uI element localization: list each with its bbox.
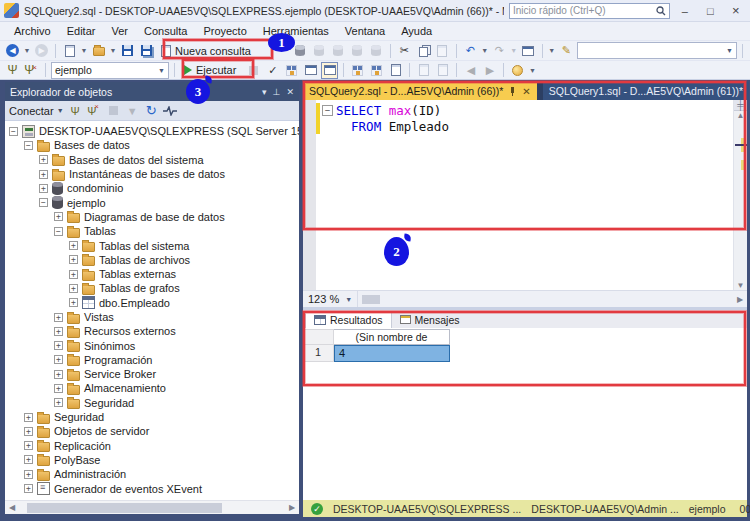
connect-button[interactable]: Conectar ▼ xyxy=(9,105,64,117)
tree-expander-icon[interactable]: + xyxy=(39,155,48,164)
tree-item[interactable]: +Almacenamiento xyxy=(5,381,299,395)
scroll-up-icon[interactable]: ▲ xyxy=(734,111,747,120)
window-position-icon[interactable]: ▾ xyxy=(262,87,267,97)
tree-expander-icon[interactable]: + xyxy=(24,470,33,479)
grid-cell-value[interactable]: 4 xyxy=(334,345,450,362)
tree-expander-icon[interactable]: + xyxy=(54,355,63,364)
editor-hscroll-thumb[interactable] xyxy=(362,295,380,304)
tree-item[interactable]: +Replicación xyxy=(5,439,299,453)
scrollbar-thumb[interactable] xyxy=(27,503,222,513)
tree-expander-icon[interactable]: + xyxy=(69,298,78,307)
tree-item[interactable]: −ejemplo xyxy=(5,195,299,209)
pin-tab-icon[interactable] xyxy=(508,87,517,96)
fold-collapse-icon[interactable]: − xyxy=(322,105,333,116)
find-window-icon[interactable] xyxy=(520,42,537,59)
zoom-level-combo[interactable]: 123 % ▼ xyxy=(303,291,358,307)
split-grip-icon[interactable]: ╪ xyxy=(734,100,747,111)
tree-expander-icon[interactable]: + xyxy=(24,413,33,422)
tree-expander-icon[interactable]: + xyxy=(69,270,78,279)
tree-item[interactable]: +Service Broker xyxy=(5,367,299,381)
tree-item[interactable]: +Bases de datos del sistema xyxy=(5,153,299,167)
disconnect-plug-icon[interactable]: Ψ xyxy=(87,103,102,118)
refresh-icon[interactable]: ↻ xyxy=(144,103,159,118)
tree-item[interactable]: +Recursos externos xyxy=(5,324,299,338)
find-combo[interactable]: ▼ xyxy=(577,42,737,59)
tree-expander-icon[interactable]: + xyxy=(54,327,63,336)
dmx-query-icon[interactable] xyxy=(349,42,366,59)
menu-item-archivo[interactable]: Archivo xyxy=(6,23,59,39)
object-explorer-hscrollbar[interactable]: ◀ ▶ xyxy=(5,500,299,514)
tree-expander-icon[interactable]: − xyxy=(24,141,33,150)
tree-item[interactable]: +Seguridad xyxy=(5,410,299,424)
new-query-button[interactable]: Nueva consulta xyxy=(157,42,258,59)
tree-expander-icon[interactable]: + xyxy=(24,484,33,493)
tree-item[interactable]: +Programación xyxy=(5,353,299,367)
tree-expander-icon[interactable]: + xyxy=(69,241,78,250)
change-connection-icon[interactable]: Ψ xyxy=(23,62,40,79)
tree-item[interactable]: −Bases de datos xyxy=(5,138,299,152)
menu-item-herramientas[interactable]: Herramientas xyxy=(255,23,337,39)
scrollbar-map[interactable] xyxy=(734,120,747,281)
close-tab-icon[interactable]: ✕ xyxy=(522,86,530,97)
tree-item[interactable]: +Objetos de servidor xyxy=(5,424,299,438)
tree-item[interactable]: −Tablas xyxy=(5,224,299,238)
menu-item-consulta[interactable]: Consulta xyxy=(136,23,195,39)
maximize-button[interactable]: □ xyxy=(700,3,720,19)
chevron-down-icon[interactable]: ▼ xyxy=(109,47,117,54)
chevron-down-icon[interactable]: ▼ xyxy=(726,47,733,54)
menu-item-ver[interactable]: Ver xyxy=(103,23,136,39)
pen-icon[interactable]: ✎ xyxy=(558,42,575,59)
chevron-down-icon[interactable]: ▼ xyxy=(158,67,165,74)
tree-expander-icon[interactable]: + xyxy=(39,170,48,179)
tree-item[interactable]: +Tablas de archivos xyxy=(5,253,299,267)
indent-icon[interactable]: ▶ xyxy=(481,62,498,79)
tree-item[interactable]: +Instantáneas de bases de datos xyxy=(5,167,299,181)
paste-icon[interactable] xyxy=(434,42,451,59)
sql-editor[interactable]: −SELECT max(ID) FROM Empleado ╪ ▲ ▼ xyxy=(303,100,747,290)
tree-item[interactable]: +Vistas xyxy=(5,310,299,324)
tree-expander-icon[interactable]: + xyxy=(24,427,33,436)
outdent-icon[interactable]: ◀ xyxy=(462,62,479,79)
tree-item[interactable]: +Tablas del sistema xyxy=(5,238,299,252)
tree-item[interactable]: +Diagramas de base de datos xyxy=(5,210,299,224)
parse-icon[interactable]: ✓ xyxy=(264,62,281,79)
execute-button[interactable]: Ejecutar xyxy=(180,62,243,79)
close-panel-icon[interactable]: ✕ xyxy=(286,87,294,97)
menu-item-proyecto[interactable]: Proyecto xyxy=(195,23,254,39)
scroll-right-icon[interactable]: ▶ xyxy=(285,503,299,512)
xmla-query-icon[interactable] xyxy=(368,42,385,59)
tree-expander-icon[interactable]: + xyxy=(24,441,33,450)
menu-item-ventana[interactable]: Ventana xyxy=(337,23,393,39)
chevron-down-icon[interactable]: ▼ xyxy=(510,47,518,54)
tree-expander-icon[interactable]: + xyxy=(54,341,63,350)
new-project-icon[interactable] xyxy=(61,42,78,59)
editor-vscrollbar[interactable]: ╪ ▲ ▼ xyxy=(733,100,747,290)
tab-mensajes[interactable]: Mensajes xyxy=(392,311,468,328)
tree-item[interactable]: +Administración xyxy=(5,467,299,481)
uncomment-icon[interactable] xyxy=(434,62,451,79)
tree-item[interactable]: −DESKTOP-UAAE5VQ\SQLEXPRESS (SQL Server … xyxy=(5,124,299,138)
navigate-back-icon[interactable]: ◀ xyxy=(4,42,21,59)
navigate-forward-icon[interactable]: ▶ xyxy=(33,42,50,59)
minimize-button[interactable]: – xyxy=(675,3,695,19)
chevron-down-icon[interactable]: ▼ xyxy=(481,47,489,54)
tree-expander-icon[interactable]: + xyxy=(54,384,63,393)
mdx-query-icon[interactable] xyxy=(330,42,347,59)
open-file-icon[interactable] xyxy=(90,42,107,59)
results-file-icon[interactable] xyxy=(387,62,404,79)
tab-sqlquery2[interactable]: SQLQuery2.sql - D...AE5VQ\Admin (66))* ✕ xyxy=(303,82,537,100)
scroll-down-icon[interactable]: ▼ xyxy=(734,281,747,290)
quick-launch-search[interactable]: Inicio rápido (Ctrl+Q) xyxy=(509,3,670,19)
tab-sqlquery1[interactable]: SQLQuery1.sql - D...AE5VQ\Admin (61))* xyxy=(543,82,749,100)
comment-icon[interactable] xyxy=(415,62,432,79)
menu-item-ayuda[interactable]: Ayuda xyxy=(393,23,440,39)
cut-icon[interactable]: ✂ xyxy=(396,42,413,59)
tab-resultados[interactable]: Resultados xyxy=(305,311,392,328)
tree-expander-icon[interactable]: − xyxy=(54,227,63,236)
tree-expander-icon[interactable]: + xyxy=(69,255,78,264)
tree-item[interactable]: +Tablas de grafos xyxy=(5,281,299,295)
tree-expander-icon[interactable]: + xyxy=(39,184,48,193)
chevron-down-icon[interactable]: ▼ xyxy=(528,67,536,74)
scroll-right-icon[interactable]: ▶ xyxy=(733,295,747,304)
filter-icon[interactable]: ▼ xyxy=(125,103,140,118)
